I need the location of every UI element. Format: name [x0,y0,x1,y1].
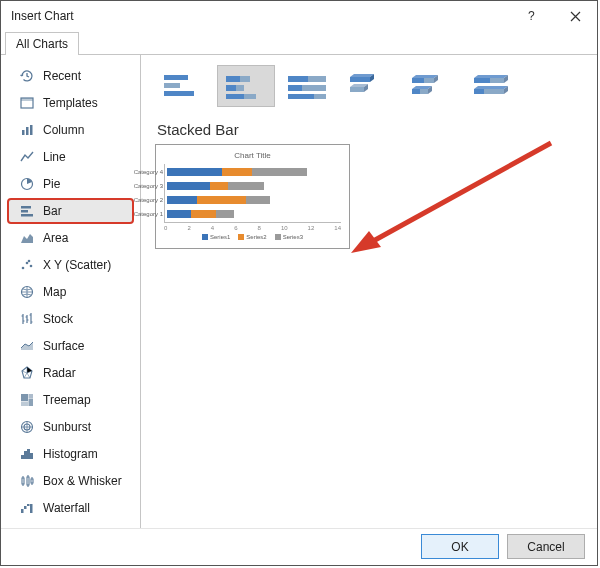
box-whisker-icon [19,473,35,489]
subtype-clustered-bar[interactable] [155,65,213,107]
svg-rect-38 [164,91,194,96]
svg-rect-16 [29,394,34,398]
svg-point-13 [28,260,31,263]
svg-rect-47 [288,85,302,91]
svg-rect-58 [490,78,504,83]
sidebar-item-box-whisker[interactable]: Box & Whisker [7,468,134,494]
sidebar-item-label: Pie [43,177,60,191]
sidebar-item-label: Surface [43,339,84,353]
svg-rect-2 [21,98,33,101]
subtype-3d-stacked-bar[interactable] [403,65,461,107]
sidebar-item-area[interactable]: Area [7,225,134,251]
map-icon [19,284,35,300]
svg-point-11 [26,262,29,265]
svg-rect-42 [236,85,244,91]
help-button[interactable]: ? [509,1,553,31]
svg-rect-54 [424,78,434,83]
sidebar-item-waterfall[interactable]: Waterfall [7,495,134,521]
line-icon [19,149,35,165]
annotation-arrow-icon [341,135,561,265]
svg-rect-8 [21,210,28,213]
svg-marker-62 [351,231,381,253]
svg-rect-4 [26,127,29,135]
section-title: Stacked Bar [157,121,583,138]
sidebar-item-treemap[interactable]: Treemap [7,387,134,413]
sidebar-item-column[interactable]: Column [7,117,134,143]
main-area: Recent Templates Column Line Pie Bar [1,55,597,528]
svg-rect-15 [21,394,28,401]
svg-rect-3 [22,130,25,135]
svg-rect-51 [350,77,370,82]
sidebar-item-label: Waterfall [43,501,90,515]
sidebar-item-map[interactable]: Map [7,279,134,305]
sidebar-item-label: Templates [43,96,98,110]
sidebar-item-histogram[interactable]: Histogram [7,441,134,467]
templates-icon [19,95,35,111]
sidebar-item-sunburst[interactable]: Sunburst [7,414,134,440]
sidebar-item-stock[interactable]: Stock [7,306,134,332]
button-label: OK [451,540,468,554]
sunburst-icon [19,419,35,435]
svg-rect-49 [288,94,314,99]
svg-rect-44 [244,94,256,99]
surface-icon [19,338,35,354]
radar-icon [19,365,35,381]
column-icon [19,122,35,138]
area-icon [19,230,35,246]
svg-rect-39 [226,76,240,82]
subtype-3d-100pct-stacked-bar[interactable] [465,65,523,107]
subtype-3d-clustered-bar[interactable] [341,65,399,107]
sidebar-item-templates[interactable]: Templates [7,90,134,116]
sidebar-item-scatter[interactable]: X Y (Scatter) [7,252,134,278]
sidebar-item-label: Column [43,123,84,137]
svg-rect-53 [412,78,424,83]
sidebar-item-pie[interactable]: Pie [7,171,134,197]
dialog-footer: OK Cancel [1,528,597,565]
sidebar-item-recent[interactable]: Recent [7,63,134,89]
svg-rect-17 [29,399,34,407]
svg-rect-56 [420,89,428,94]
subtype-stacked-bar[interactable] [217,65,275,107]
chart-preview[interactable]: Chart Title Category 4Category 3Category… [155,144,350,249]
svg-rect-7 [21,206,31,209]
svg-rect-60 [484,89,504,94]
svg-point-10 [22,267,25,270]
svg-rect-22 [24,451,27,459]
sidebar-item-bar[interactable]: Bar [7,198,134,224]
svg-rect-26 [24,506,27,509]
dialog-title: Insert Chart [11,9,74,23]
svg-rect-36 [164,75,188,80]
svg-rect-59 [474,89,484,94]
svg-rect-43 [226,94,244,99]
tab-all-charts[interactable]: All Charts [5,32,79,55]
cancel-button[interactable]: Cancel [507,534,585,559]
close-button[interactable] [553,1,597,31]
pie-icon [19,176,35,192]
bar-icon [19,203,35,219]
stock-icon [19,311,35,327]
sidebar-item-line[interactable]: Line [7,144,134,170]
svg-rect-21 [21,455,24,459]
content-panel: Stacked Bar Chart Title Category 4Catego… [141,55,597,528]
svg-rect-55 [412,89,420,94]
histogram-icon [19,446,35,462]
chart-subtype-row [155,65,583,107]
sidebar-item-label: Line [43,150,66,164]
svg-rect-25 [21,509,24,513]
sidebar-item-radar[interactable]: Radar [7,360,134,386]
svg-rect-23 [27,449,30,459]
sidebar-item-surface[interactable]: Surface [7,333,134,359]
svg-rect-41 [226,85,236,91]
sidebar-item-label: Map [43,285,66,299]
svg-rect-37 [164,83,180,88]
ok-button[interactable]: OK [421,534,499,559]
subtype-100pct-stacked-bar[interactable] [279,65,337,107]
chart-category-sidebar: Recent Templates Column Line Pie Bar [1,55,141,528]
button-label: Cancel [527,540,564,554]
preview-chart-body: Category 4Category 3Category 2Category 1 [164,164,341,223]
sidebar-item-label: Bar [43,204,62,218]
svg-point-12 [30,265,33,268]
svg-rect-5 [30,125,33,135]
sidebar-item-label: Treemap [43,393,91,407]
recent-icon [19,68,35,84]
